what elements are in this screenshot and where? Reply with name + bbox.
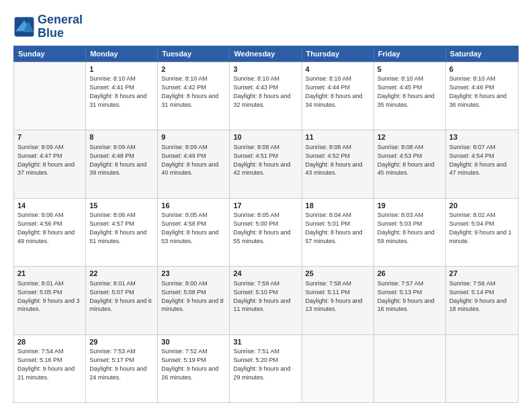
cell-info: Sunrise: 7:53 AMSunset: 5:17 PMDaylight:… bbox=[89, 348, 146, 380]
cal-cell: 23 Sunrise: 8:00 AMSunset: 5:08 PMDaylig… bbox=[158, 267, 230, 334]
cell-info: Sunrise: 8:00 AMSunset: 5:08 PMDaylight:… bbox=[161, 280, 224, 312]
cell-info: Sunrise: 8:10 AMSunset: 4:46 PMDaylight:… bbox=[449, 75, 506, 107]
cell-info: Sunrise: 8:09 AMSunset: 4:48 PMDaylight:… bbox=[89, 144, 146, 176]
cal-header-cell: Tuesday bbox=[158, 46, 230, 61]
day-number: 7 bbox=[17, 132, 82, 142]
cal-cell bbox=[14, 62, 86, 130]
cal-header-cell: Saturday bbox=[446, 46, 518, 61]
cal-row: 21 Sunrise: 8:01 AMSunset: 5:05 PMDaylig… bbox=[14, 266, 518, 334]
cell-info: Sunrise: 8:07 AMSunset: 4:54 PMDaylight:… bbox=[449, 144, 506, 176]
cell-info: Sunrise: 8:10 AMSunset: 4:42 PMDaylight:… bbox=[161, 75, 218, 107]
cal-cell: 5 Sunrise: 8:10 AMSunset: 4:45 PMDayligh… bbox=[374, 62, 446, 130]
cell-info: Sunrise: 8:06 AMSunset: 4:56 PMDaylight:… bbox=[17, 212, 75, 244]
day-number: 18 bbox=[306, 201, 370, 211]
day-number: 29 bbox=[89, 337, 154, 347]
cal-cell bbox=[446, 335, 518, 402]
day-number: 11 bbox=[306, 132, 370, 142]
cell-info: Sunrise: 8:10 AMSunset: 4:43 PMDaylight:… bbox=[233, 75, 290, 107]
cal-row: 1 Sunrise: 8:10 AMSunset: 4:41 PMDayligh… bbox=[14, 62, 518, 130]
cell-info: Sunrise: 8:02 AMSunset: 5:04 PMDaylight:… bbox=[449, 212, 512, 244]
cal-cell: 12 Sunrise: 8:08 AMSunset: 4:53 PMDaylig… bbox=[374, 130, 446, 197]
cal-cell: 17 Sunrise: 8:05 AMSunset: 5:00 PMDaylig… bbox=[230, 199, 302, 266]
cal-cell: 7 Sunrise: 8:09 AMSunset: 4:47 PMDayligh… bbox=[14, 130, 86, 197]
cal-cell: 28 Sunrise: 7:54 AMSunset: 5:16 PMDaylig… bbox=[14, 335, 86, 402]
day-number: 22 bbox=[89, 269, 154, 279]
day-number: 13 bbox=[449, 132, 515, 142]
cal-cell: 25 Sunrise: 7:58 AMSunset: 5:11 PMDaylig… bbox=[302, 267, 374, 334]
cell-info: Sunrise: 7:58 AMSunset: 5:11 PMDaylight:… bbox=[306, 280, 363, 312]
day-number: 6 bbox=[449, 64, 515, 75]
day-number: 26 bbox=[378, 269, 442, 279]
cell-info: Sunrise: 8:06 AMSunset: 4:57 PMDaylight:… bbox=[89, 212, 146, 244]
cell-info: Sunrise: 7:59 AMSunset: 5:10 PMDaylight:… bbox=[233, 280, 290, 312]
day-number: 17 bbox=[233, 201, 298, 211]
day-number: 28 bbox=[17, 337, 82, 347]
day-number: 12 bbox=[378, 132, 442, 142]
cal-cell: 24 Sunrise: 7:59 AMSunset: 5:10 PMDaylig… bbox=[230, 267, 302, 334]
day-number: 1 bbox=[89, 64, 154, 75]
day-number: 5 bbox=[378, 64, 442, 75]
day-number: 16 bbox=[161, 201, 226, 211]
calendar-body: 1 Sunrise: 8:10 AMSunset: 4:41 PMDayligh… bbox=[13, 62, 519, 403]
cal-cell: 10 Sunrise: 8:08 AMSunset: 4:51 PMDaylig… bbox=[230, 130, 302, 197]
day-number: 9 bbox=[161, 132, 226, 142]
cal-cell: 8 Sunrise: 8:09 AMSunset: 4:48 PMDayligh… bbox=[86, 130, 158, 197]
cal-cell bbox=[374, 335, 446, 402]
day-number: 27 bbox=[449, 269, 515, 279]
day-number: 2 bbox=[161, 64, 226, 75]
day-number: 19 bbox=[378, 201, 442, 211]
cell-info: Sunrise: 8:09 AMSunset: 4:49 PMDaylight:… bbox=[161, 144, 218, 176]
calendar-header-row: SundayMondayTuesdayWednesdayThursdayFrid… bbox=[13, 46, 519, 62]
day-number: 10 bbox=[233, 132, 298, 142]
cal-cell: 13 Sunrise: 8:07 AMSunset: 4:54 PMDaylig… bbox=[446, 130, 518, 197]
cal-cell: 31 Sunrise: 7:51 AMSunset: 5:20 PMDaylig… bbox=[230, 335, 302, 402]
day-number: 30 bbox=[161, 337, 226, 347]
day-number: 24 bbox=[233, 269, 298, 279]
cal-cell: 26 Sunrise: 7:57 AMSunset: 5:13 PMDaylig… bbox=[374, 267, 446, 334]
calendar: SundayMondayTuesdayWednesdayThursdayFrid… bbox=[13, 46, 519, 403]
cal-cell: 27 Sunrise: 7:56 AMSunset: 5:14 PMDaylig… bbox=[446, 267, 518, 334]
cal-cell: 18 Sunrise: 8:04 AMSunset: 5:01 PMDaylig… bbox=[302, 199, 374, 266]
cal-cell: 11 Sunrise: 8:08 AMSunset: 4:52 PMDaylig… bbox=[302, 130, 374, 197]
cell-info: Sunrise: 8:09 AMSunset: 4:47 PMDaylight:… bbox=[17, 144, 75, 176]
cal-cell: 6 Sunrise: 8:10 AMSunset: 4:46 PMDayligh… bbox=[446, 62, 518, 130]
day-number: 8 bbox=[89, 132, 154, 142]
cal-cell: 1 Sunrise: 8:10 AMSunset: 4:41 PMDayligh… bbox=[86, 62, 158, 130]
cell-info: Sunrise: 8:05 AMSunset: 5:00 PMDaylight:… bbox=[233, 212, 290, 244]
day-number: 31 bbox=[233, 337, 298, 347]
cell-info: Sunrise: 8:01 AMSunset: 5:05 PMDaylight:… bbox=[17, 280, 80, 312]
cal-row: 28 Sunrise: 7:54 AMSunset: 5:16 PMDaylig… bbox=[14, 334, 518, 402]
cell-info: Sunrise: 8:05 AMSunset: 4:58 PMDaylight:… bbox=[161, 212, 218, 244]
cal-cell: 19 Sunrise: 8:03 AMSunset: 5:03 PMDaylig… bbox=[374, 199, 446, 266]
day-number: 14 bbox=[17, 201, 82, 211]
cal-cell: 22 Sunrise: 8:01 AMSunset: 5:07 PMDaylig… bbox=[86, 267, 158, 334]
cell-info: Sunrise: 8:03 AMSunset: 5:03 PMDaylight:… bbox=[378, 212, 435, 244]
cal-cell: 3 Sunrise: 8:10 AMSunset: 4:43 PMDayligh… bbox=[230, 62, 302, 130]
cell-info: Sunrise: 7:52 AMSunset: 5:19 PMDaylight:… bbox=[161, 348, 218, 380]
cell-info: Sunrise: 8:10 AMSunset: 4:45 PMDaylight:… bbox=[378, 75, 435, 107]
cal-header-cell: Friday bbox=[374, 46, 446, 61]
day-number: 4 bbox=[306, 64, 370, 75]
cal-cell: 4 Sunrise: 8:10 AMSunset: 4:44 PMDayligh… bbox=[302, 62, 374, 130]
cell-info: Sunrise: 7:57 AMSunset: 5:13 PMDaylight:… bbox=[378, 280, 435, 312]
page: GeneralBlue SundayMondayTuesdayWednesday… bbox=[0, 0, 532, 411]
day-number: 21 bbox=[17, 269, 82, 279]
cal-header-cell: Wednesday bbox=[230, 46, 302, 61]
cell-info: Sunrise: 7:51 AMSunset: 5:20 PMDaylight:… bbox=[233, 348, 290, 380]
logo: GeneralBlue bbox=[13, 13, 83, 40]
cell-info: Sunrise: 7:56 AMSunset: 5:14 PMDaylight:… bbox=[449, 280, 506, 312]
cal-header-cell: Monday bbox=[86, 46, 158, 61]
cal-cell: 30 Sunrise: 7:52 AMSunset: 5:19 PMDaylig… bbox=[158, 335, 230, 402]
cal-cell bbox=[302, 335, 374, 402]
cell-info: Sunrise: 8:10 AMSunset: 4:41 PMDaylight:… bbox=[89, 75, 146, 107]
day-number: 23 bbox=[161, 269, 226, 279]
logo-text: GeneralBlue bbox=[38, 13, 83, 40]
cal-cell: 21 Sunrise: 8:01 AMSunset: 5:05 PMDaylig… bbox=[14, 267, 86, 334]
cell-info: Sunrise: 8:04 AMSunset: 5:01 PMDaylight:… bbox=[306, 212, 363, 244]
cal-header-cell: Sunday bbox=[14, 46, 86, 61]
cell-info: Sunrise: 7:54 AMSunset: 5:16 PMDaylight:… bbox=[17, 348, 75, 380]
day-number: 25 bbox=[306, 269, 370, 279]
day-number: 15 bbox=[89, 201, 154, 211]
cal-cell: 9 Sunrise: 8:09 AMSunset: 4:49 PMDayligh… bbox=[158, 130, 230, 197]
cal-cell: 2 Sunrise: 8:10 AMSunset: 4:42 PMDayligh… bbox=[158, 62, 230, 130]
